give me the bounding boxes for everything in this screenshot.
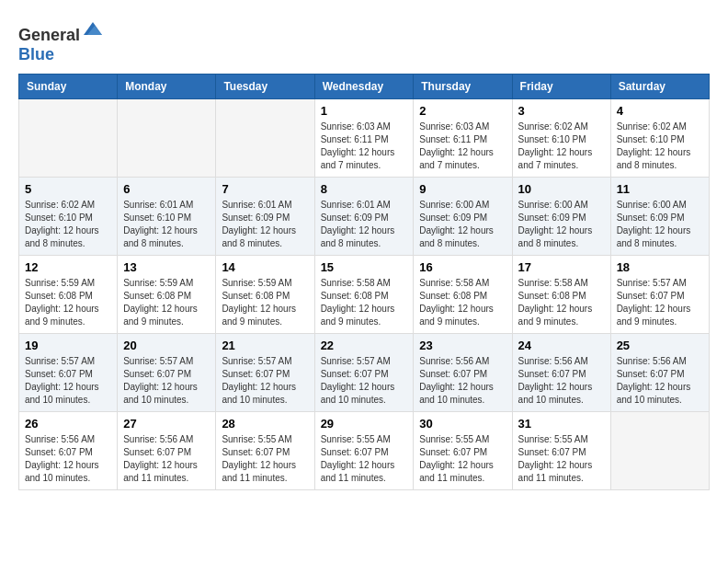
calendar-cell: 23 Sunrise: 5:56 AM Sunset: 6:07 PM Dayl… <box>414 334 512 412</box>
day-number: 18 <box>617 260 703 274</box>
day-number: 7 <box>222 182 308 196</box>
calendar-cell: 24 Sunrise: 5:56 AM Sunset: 6:07 PM Dayl… <box>512 334 610 412</box>
calendar-week-4: 19 Sunrise: 5:57 AM Sunset: 6:07 PM Dayl… <box>19 334 710 412</box>
day-number: 3 <box>518 104 605 118</box>
day-number: 11 <box>617 182 703 196</box>
day-number: 12 <box>25 260 111 274</box>
day-info: Sunrise: 5:57 AM Sunset: 6:07 PM Dayligh… <box>321 355 408 407</box>
calendar-cell: 14 Sunrise: 5:59 AM Sunset: 6:08 PM Dayl… <box>216 256 314 334</box>
logo-blue: Blue <box>18 45 54 63</box>
day-info: Sunrise: 5:55 AM Sunset: 6:07 PM Dayligh… <box>222 433 308 485</box>
day-number: 20 <box>123 339 210 352</box>
page-header: General Blue <box>18 18 710 64</box>
day-info: Sunrise: 6:00 AM Sunset: 6:09 PM Dayligh… <box>518 199 605 250</box>
day-number: 31 <box>518 417 605 431</box>
day-info: Sunrise: 5:58 AM Sunset: 6:08 PM Dayligh… <box>518 277 605 328</box>
day-number: 4 <box>617 104 703 118</box>
calendar-week-3: 12 Sunrise: 5:59 AM Sunset: 6:08 PM Dayl… <box>19 256 710 334</box>
calendar-cell: 26 Sunrise: 5:56 AM Sunset: 6:07 PM Dayl… <box>19 412 118 490</box>
calendar-cell: 30 Sunrise: 5:55 AM Sunset: 6:07 PM Dayl… <box>414 412 512 490</box>
day-number: 5 <box>25 182 111 196</box>
calendar-week-2: 5 Sunrise: 6:02 AM Sunset: 6:10 PM Dayli… <box>19 178 710 256</box>
day-number: 16 <box>419 260 506 274</box>
calendar-cell: 27 Sunrise: 5:56 AM Sunset: 6:07 PM Dayl… <box>118 412 216 490</box>
day-info: Sunrise: 5:56 AM Sunset: 6:07 PM Dayligh… <box>419 355 506 407</box>
calendar-cell: 22 Sunrise: 5:57 AM Sunset: 6:07 PM Dayl… <box>314 334 414 412</box>
day-info: Sunrise: 5:57 AM Sunset: 6:07 PM Dayligh… <box>25 355 111 407</box>
weekday-saturday: Saturday <box>610 75 709 99</box>
day-info: Sunrise: 5:56 AM Sunset: 6:07 PM Dayligh… <box>25 433 111 485</box>
day-info: Sunrise: 5:57 AM Sunset: 6:07 PM Dayligh… <box>617 277 703 328</box>
logo-general: General <box>18 26 80 44</box>
calendar-cell: 16 Sunrise: 5:58 AM Sunset: 6:08 PM Dayl… <box>414 256 512 334</box>
day-info: Sunrise: 5:56 AM Sunset: 6:07 PM Dayligh… <box>518 355 605 407</box>
weekday-header-row: SundayMondayTuesdayWednesdayThursdayFrid… <box>19 75 710 99</box>
calendar-week-5: 26 Sunrise: 5:56 AM Sunset: 6:07 PM Dayl… <box>19 412 710 490</box>
day-number: 2 <box>419 104 506 118</box>
calendar-cell: 19 Sunrise: 5:57 AM Sunset: 6:07 PM Dayl… <box>19 334 118 412</box>
calendar-cell: 4 Sunrise: 6:02 AM Sunset: 6:10 PM Dayli… <box>610 99 709 178</box>
calendar-cell: 28 Sunrise: 5:55 AM Sunset: 6:07 PM Dayl… <box>216 412 314 490</box>
day-number: 8 <box>321 182 408 196</box>
logo-icon <box>82 18 104 40</box>
day-number: 6 <box>123 182 210 196</box>
calendar-cell: 2 Sunrise: 6:03 AM Sunset: 6:11 PM Dayli… <box>414 99 512 178</box>
day-info: Sunrise: 6:02 AM Sunset: 6:10 PM Dayligh… <box>617 121 703 172</box>
calendar-cell <box>216 99 314 178</box>
day-number: 29 <box>321 417 408 431</box>
day-info: Sunrise: 6:03 AM Sunset: 6:11 PM Dayligh… <box>419 121 506 172</box>
day-info: Sunrise: 6:01 AM Sunset: 6:10 PM Dayligh… <box>123 199 210 250</box>
day-number: 15 <box>321 260 408 274</box>
calendar-cell: 31 Sunrise: 5:55 AM Sunset: 6:07 PM Dayl… <box>512 412 610 490</box>
day-info: Sunrise: 6:00 AM Sunset: 6:09 PM Dayligh… <box>419 199 506 250</box>
day-number: 23 <box>419 339 506 352</box>
calendar-cell: 6 Sunrise: 6:01 AM Sunset: 6:10 PM Dayli… <box>118 178 216 256</box>
day-number: 10 <box>518 182 605 196</box>
day-info: Sunrise: 5:55 AM Sunset: 6:07 PM Dayligh… <box>419 433 506 485</box>
calendar-cell: 29 Sunrise: 5:55 AM Sunset: 6:07 PM Dayl… <box>314 412 414 490</box>
calendar-cell: 5 Sunrise: 6:02 AM Sunset: 6:10 PM Dayli… <box>19 178 118 256</box>
day-info: Sunrise: 6:00 AM Sunset: 6:09 PM Dayligh… <box>617 199 703 250</box>
weekday-tuesday: Tuesday <box>216 75 314 99</box>
day-number: 22 <box>321 339 408 352</box>
calendar-cell: 15 Sunrise: 5:58 AM Sunset: 6:08 PM Dayl… <box>314 256 414 334</box>
day-number: 17 <box>518 260 605 274</box>
calendar-cell: 9 Sunrise: 6:00 AM Sunset: 6:09 PM Dayli… <box>414 178 512 256</box>
day-number: 28 <box>222 417 308 431</box>
calendar-table: SundayMondayTuesdayWednesdayThursdayFrid… <box>18 74 710 490</box>
calendar-cell: 1 Sunrise: 6:03 AM Sunset: 6:11 PM Dayli… <box>314 99 414 178</box>
calendar-cell: 3 Sunrise: 6:02 AM Sunset: 6:10 PM Dayli… <box>512 99 610 178</box>
day-number: 19 <box>25 339 111 352</box>
logo: General Blue <box>18 18 104 64</box>
day-info: Sunrise: 5:58 AM Sunset: 6:08 PM Dayligh… <box>419 277 506 328</box>
day-info: Sunrise: 6:03 AM Sunset: 6:11 PM Dayligh… <box>321 121 408 172</box>
day-info: Sunrise: 5:57 AM Sunset: 6:07 PM Dayligh… <box>222 355 308 407</box>
calendar-cell <box>610 412 709 490</box>
day-info: Sunrise: 6:01 AM Sunset: 6:09 PM Dayligh… <box>222 199 308 250</box>
day-number: 24 <box>518 339 605 352</box>
day-number: 30 <box>419 417 506 431</box>
calendar-cell: 7 Sunrise: 6:01 AM Sunset: 6:09 PM Dayli… <box>216 178 314 256</box>
day-info: Sunrise: 6:01 AM Sunset: 6:09 PM Dayligh… <box>321 199 408 250</box>
calendar-cell: 10 Sunrise: 6:00 AM Sunset: 6:09 PM Dayl… <box>512 178 610 256</box>
calendar-header: SundayMondayTuesdayWednesdayThursdayFrid… <box>19 75 710 99</box>
calendar-cell <box>118 99 216 178</box>
calendar-cell <box>19 99 118 178</box>
calendar-cell: 8 Sunrise: 6:01 AM Sunset: 6:09 PM Dayli… <box>314 178 414 256</box>
day-info: Sunrise: 5:59 AM Sunset: 6:08 PM Dayligh… <box>123 277 210 328</box>
day-number: 13 <box>123 260 210 274</box>
weekday-wednesday: Wednesday <box>314 75 414 99</box>
day-info: Sunrise: 6:02 AM Sunset: 6:10 PM Dayligh… <box>518 121 605 172</box>
calendar-cell: 17 Sunrise: 5:58 AM Sunset: 6:08 PM Dayl… <box>512 256 610 334</box>
calendar-cell: 25 Sunrise: 5:56 AM Sunset: 6:07 PM Dayl… <box>610 334 709 412</box>
day-info: Sunrise: 6:02 AM Sunset: 6:10 PM Dayligh… <box>25 199 111 250</box>
day-info: Sunrise: 5:55 AM Sunset: 6:07 PM Dayligh… <box>518 433 605 485</box>
weekday-thursday: Thursday <box>414 75 512 99</box>
day-info: Sunrise: 5:56 AM Sunset: 6:07 PM Dayligh… <box>617 355 703 407</box>
day-info: Sunrise: 5:59 AM Sunset: 6:08 PM Dayligh… <box>25 277 111 328</box>
calendar-cell: 12 Sunrise: 5:59 AM Sunset: 6:08 PM Dayl… <box>19 256 118 334</box>
day-number: 14 <box>222 260 308 274</box>
day-info: Sunrise: 5:55 AM Sunset: 6:07 PM Dayligh… <box>321 433 408 485</box>
weekday-monday: Monday <box>118 75 216 99</box>
day-number: 25 <box>617 339 703 352</box>
